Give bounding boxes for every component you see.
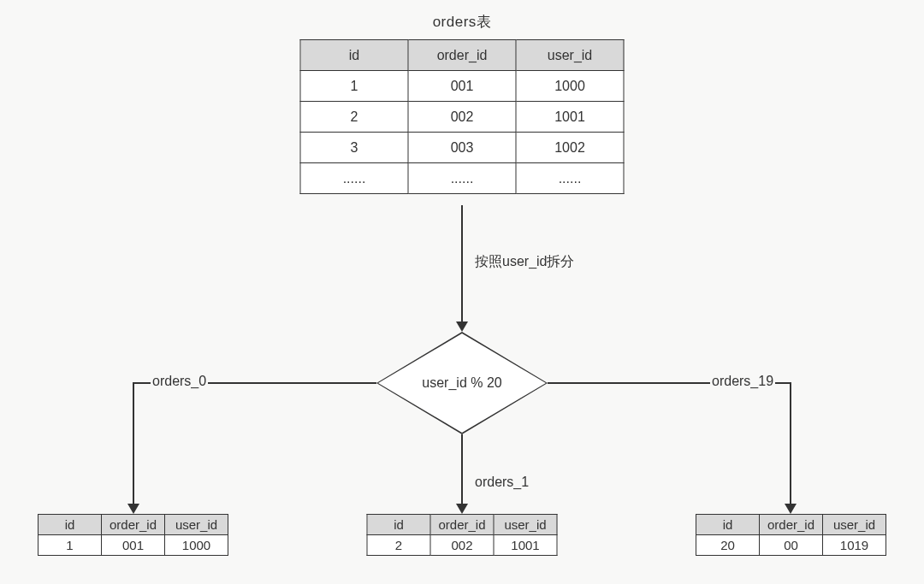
branch-right-label: orders_19 bbox=[710, 374, 775, 389]
col-orderid: order_id bbox=[408, 40, 516, 71]
connector-line bbox=[461, 434, 463, 504]
col-userid: user_id bbox=[516, 40, 624, 71]
table-row: 2 002 1001 bbox=[367, 535, 557, 556]
table-row: 2 002 1001 bbox=[300, 102, 624, 133]
connector-line bbox=[790, 382, 791, 504]
decision-node: user_id % 20 bbox=[376, 332, 548, 434]
table-row: 1 001 1000 bbox=[38, 535, 228, 556]
table-row: ...... ...... ...... bbox=[300, 163, 624, 194]
branch-center-label: orders_1 bbox=[473, 475, 530, 490]
table-row: 20 00 1019 bbox=[696, 535, 886, 556]
arrow-down-icon bbox=[785, 504, 797, 514]
col-id: id bbox=[300, 40, 408, 71]
decision-text: user_id % 20 bbox=[378, 333, 546, 433]
shard-table-orders-0: id order_id user_id 1 001 1000 bbox=[38, 514, 228, 556]
branch-left-label: orders_0 bbox=[151, 374, 208, 389]
arrow-down-icon bbox=[456, 504, 468, 514]
table-row: 1 001 1000 bbox=[300, 71, 624, 102]
split-label: 按照user_id拆分 bbox=[473, 253, 576, 271]
arrow-down-icon bbox=[456, 321, 468, 332]
orders-table: id order_id user_id 1 001 1000 2 002 100… bbox=[300, 39, 625, 194]
shard-table-orders-19: id order_id user_id 20 00 1019 bbox=[696, 514, 886, 556]
table-row: 3 003 1002 bbox=[300, 133, 624, 163]
connector-line bbox=[461, 205, 463, 321]
connector-line bbox=[133, 382, 134, 504]
shard-table-orders-1: id order_id user_id 2 002 1001 bbox=[367, 514, 558, 556]
arrow-down-icon bbox=[127, 504, 139, 514]
diagram-title: orders表 bbox=[433, 12, 492, 32]
